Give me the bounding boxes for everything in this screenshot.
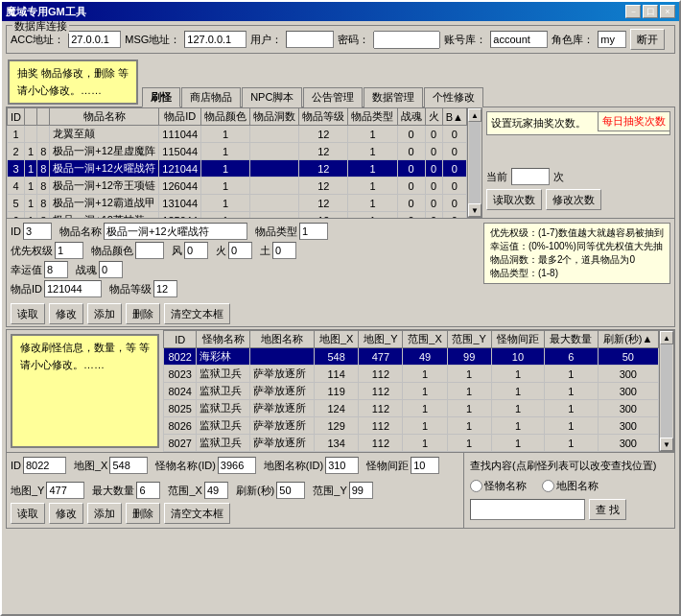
lottery-modify-btn[interactable]: 修改次数 — [546, 189, 601, 210]
monster-table-row[interactable]: 8024 监狱卫兵 萨举放逐所 119 112 1 1 1 1 300 — [164, 383, 659, 400]
title-buttons: － 口 × — [625, 5, 675, 18]
earth-field: 土 — [260, 242, 296, 259]
radio-monster[interactable]: 怪物名称 — [470, 479, 527, 493]
close-button[interactable]: × — [660, 5, 675, 18]
search-button[interactable]: 查 找 — [589, 499, 626, 520]
mname-input[interactable] — [218, 457, 256, 474]
luck-label: 幸运值 — [11, 263, 42, 277]
itemid-input[interactable] — [44, 280, 102, 297]
monster-table-row[interactable]: 8025 监狱卫兵 萨举放逐所 124 112 1 1 1 1 300 — [164, 400, 659, 417]
lottery-count-input[interactable] — [511, 168, 550, 185]
radio-monster-input[interactable] — [470, 480, 482, 492]
color-input[interactable] — [135, 242, 164, 259]
priority-label: 优先权级 — [11, 244, 53, 258]
search-title: 查找内容(点刷怪列表可以改变查找位置) — [470, 459, 669, 473]
connect-button[interactable]: 断开 — [630, 29, 665, 50]
maximize-button[interactable]: 口 — [643, 5, 658, 18]
monster-add-btn[interactable]: 添加 — [87, 503, 122, 524]
monster-read-btn[interactable]: 读取 — [11, 503, 45, 524]
item-delete-btn[interactable]: 删除 — [126, 303, 160, 324]
tab-data[interactable]: 数据管理 — [364, 87, 423, 107]
tab-refresh[interactable]: 刷怪 — [142, 87, 180, 107]
itemlevel-input[interactable] — [153, 280, 177, 297]
item-type-input[interactable] — [299, 223, 328, 240]
mapy-input[interactable] — [46, 482, 84, 499]
msg-input[interactable] — [184, 31, 247, 48]
mapx-input[interactable] — [109, 457, 148, 474]
radio-map[interactable]: 地图名称 — [542, 479, 599, 493]
item-table-row[interactable]: 4 1 8 极品一洞+12帝王项链 126044 1 12 1 0 0 0 — [8, 178, 467, 195]
mapname-input[interactable] — [325, 457, 359, 474]
maxnum-input[interactable] — [136, 482, 160, 499]
refresh-input[interactable] — [276, 482, 305, 499]
monster-id-input[interactable] — [23, 457, 66, 474]
mname-label: 怪物名称(ID) — [155, 459, 215, 473]
item-read-btn[interactable]: 读取 — [11, 303, 45, 324]
priority-field: 优先权级 — [11, 242, 83, 259]
item-table-row[interactable]: 1 龙翼至颠 111044 1 12 1 0 0 0 — [8, 126, 467, 143]
acc-input[interactable] — [68, 31, 121, 48]
item-clear-btn[interactable]: 清空文本框 — [164, 303, 230, 324]
monster-table-row[interactable]: 8023 监狱卫兵 萨举放逐所 114 112 1 1 1 1 300 — [164, 366, 659, 383]
soul-input[interactable] — [99, 261, 123, 278]
mth-max: 最大数量 — [545, 331, 598, 348]
tab-personal[interactable]: 个性修改 — [424, 87, 483, 107]
m-scroll-up[interactable]: ▲ — [660, 331, 673, 344]
priority-input[interactable] — [55, 242, 83, 259]
tab-npc[interactable]: NPC脚本 — [242, 87, 302, 107]
mapx-label: 地图_X — [74, 459, 107, 473]
tab-shop[interactable]: 商店物品 — [181, 87, 241, 107]
lottery-read-btn[interactable]: 读取次数 — [486, 189, 542, 210]
dist-input[interactable] — [411, 457, 439, 474]
monster-table-row[interactable]: 8027 监狱卫兵 萨举放逐所 134 112 1 1 1 1 300 — [164, 435, 659, 452]
luck-input[interactable] — [44, 261, 68, 278]
item-table-row[interactable]: 5 1 8 极品一洞+12霸道战甲 131044 1 12 1 0 0 0 — [8, 195, 467, 212]
name-field: 物品名称 — [59, 223, 247, 240]
monster-table-row[interactable]: 8022 海彩林 548 477 49 99 10 6 50 — [164, 348, 659, 366]
item-id-input[interactable] — [23, 223, 52, 240]
dist-label: 怪物间距 — [366, 459, 409, 473]
mid-id: ID — [11, 457, 66, 474]
search-input[interactable] — [470, 499, 585, 520]
item-form-row2: 优先权级 物品颜色 风 火 — [11, 242, 476, 259]
scroll-track[interactable] — [469, 122, 481, 203]
item-form-fields: ID 物品名称 物品类型 — [11, 223, 476, 297]
th-level: 物品等级 — [299, 108, 348, 126]
wind-input[interactable] — [184, 242, 208, 259]
monster-clear-btn[interactable]: 清空文本框 — [164, 503, 230, 524]
monster-scrollbar[interactable]: ▲ ▼ — [659, 330, 674, 452]
monster-table-row[interactable]: 8026 监狱卫兵 萨举放逐所 129 112 1 1 1 1 300 — [164, 417, 659, 435]
scroll-up-btn[interactable]: ▲ — [468, 108, 481, 122]
m-scroll-track[interactable] — [661, 344, 672, 438]
scroll-down-btn[interactable]: ▼ — [468, 203, 481, 217]
role-input[interactable] — [598, 31, 626, 48]
m-scroll-down[interactable]: ▼ — [660, 438, 673, 451]
item-add-btn[interactable]: 添加 — [87, 303, 122, 324]
mth-x: 地图_X — [315, 331, 359, 348]
tabs-container: 刷怪 商店物品 NPC脚本 公告管理 数据管理 个性修改 — [142, 86, 483, 107]
item-modify-btn[interactable]: 修改 — [49, 303, 83, 324]
th-type: 物品类型 — [348, 108, 397, 126]
pwd-input[interactable] — [373, 31, 440, 49]
fire-input[interactable] — [228, 242, 252, 259]
itemid-label: 物品ID — [11, 282, 42, 296]
id-label: ID — [11, 225, 21, 237]
minimize-button[interactable]: － — [625, 5, 641, 18]
radio-map-input[interactable] — [542, 480, 554, 492]
tab-announce[interactable]: 公告管理 — [303, 87, 363, 107]
item-table-row[interactable]: 2 1 8 极品一洞+12星虚魔阵 115044 1 12 1 0 0 0 — [8, 143, 467, 160]
db-input[interactable] — [490, 31, 548, 48]
item-name-input[interactable] — [104, 223, 247, 240]
th-name: 物品名称 — [50, 108, 159, 126]
item-table-row[interactable]: 3 1 8 极品一洞+12火曜战符 121044 1 12 1 0 0 0 — [8, 160, 467, 178]
rangey-input[interactable] — [349, 482, 373, 499]
mid-rangey: 范围_Y — [313, 482, 372, 499]
user-input[interactable] — [286, 31, 334, 48]
monster-table-container: ID 怪物名称 地图名称 地图_X 地图_Y 范围_X 范围_Y 怪物间距 最大… — [163, 330, 659, 452]
monster-modify-btn[interactable]: 修改 — [49, 503, 83, 524]
item-scrollbar[interactable]: ▲ ▼ — [467, 107, 482, 218]
rangex-input[interactable] — [204, 482, 228, 499]
hint1: 优先权级：(1-7)数值越大就越容易被抽到 — [490, 226, 664, 240]
monster-delete-btn[interactable]: 删除 — [126, 503, 160, 524]
earth-input[interactable] — [272, 242, 296, 259]
